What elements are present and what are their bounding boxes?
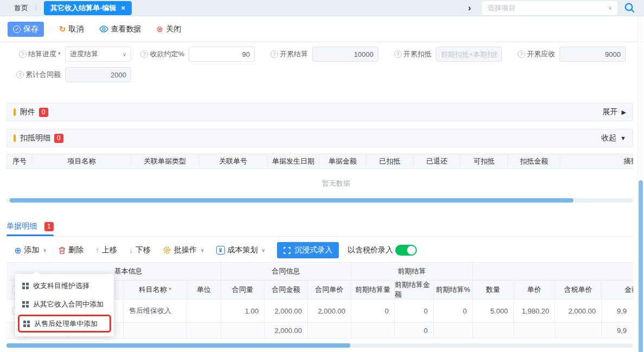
gear-icon: [163, 246, 171, 255]
detail-toolbar: ⊕ 添加 ∨ 删除 ↑ 上移 ↓ 下移 批操作 ∨ ¥ 成本策划: [14, 242, 644, 258]
tax-price-cell: 2,000.00: [555, 299, 602, 322]
group-header-prev-settle: 前期结算: [351, 263, 473, 280]
detail-tab-label: 单据明细: [7, 221, 37, 231]
tax-toggle-label: 以含税价录入: [347, 245, 393, 255]
section-accent-bar: [14, 134, 16, 142]
contract-qty-cell: 1.00: [221, 299, 265, 322]
menu-item-subject-maintain[interactable]: 收支科目维护选择: [15, 277, 114, 295]
view-data-button[interactable]: 查看数据: [99, 24, 141, 34]
deduction-count-badge: 0: [54, 134, 63, 143]
vertical-scrollbar-thumb[interactable]: [639, 180, 643, 352]
save-button[interactable]: ✓ 保存: [8, 22, 44, 37]
deduction-title: 扣抵明细: [20, 133, 50, 143]
delete-button[interactable]: 删除: [59, 245, 83, 255]
menu-item-label: 收支科目维护选择: [33, 281, 89, 291]
accum-settle-input: [312, 47, 378, 62]
accum-receivable-label: 开累应收: [527, 49, 555, 59]
arrow-down-icon: ↓: [129, 246, 133, 255]
form-row-2: ? 累计合同额: [8, 67, 644, 82]
group-header-blank: [473, 263, 633, 280]
empty-state: 暂无数据: [7, 169, 633, 198]
accum-contract-label: 累计合同额: [25, 70, 61, 80]
move-up-button[interactable]: ↑ 上移: [95, 245, 117, 255]
column-header: 金额: [602, 281, 633, 299]
batch-operation-label: 批操作: [174, 245, 197, 255]
detail-tabs: 单据明细 1: [7, 221, 633, 237]
deduction-collapse-button[interactable]: 收起 ▼: [601, 133, 626, 143]
tax-price-toggle[interactable]: [395, 245, 417, 256]
settle-progress-label: 结算进度: [28, 49, 56, 59]
add-button[interactable]: ⊕ 添加 ∨: [14, 245, 47, 256]
grid-icon: [23, 321, 30, 327]
form-area: ? 结算进度 * 进度结算 ∨ ? 收款约定% ? 开累结: [0, 42, 644, 82]
close-circle-icon: ⊗: [157, 24, 164, 34]
attachments-expand-button[interactable]: 展开 ▶: [603, 107, 626, 117]
tab-active[interactable]: 其它收入结算单-编辑 ×: [44, 1, 132, 15]
field-accum-settle: ? 开累结算: [255, 47, 378, 62]
project-select-placeholder: 选择项目: [487, 3, 516, 13]
collapse-label: 收起: [601, 133, 616, 143]
prev-amount-cell: 0: [395, 299, 434, 322]
save-label: 保存: [23, 24, 38, 34]
collapse-panel-icon[interactable]: ›: [468, 3, 471, 14]
menu-item-from-other-income[interactable]: 从其它收入合同中添加: [15, 295, 114, 314]
tab-close-icon[interactable]: ×: [121, 4, 125, 12]
project-select[interactable]: 选择项目 ∨: [482, 1, 617, 15]
move-down-button[interactable]: ↓ 下移: [129, 245, 151, 255]
column-header: 合同单价: [308, 281, 351, 299]
required-mark: *: [169, 286, 171, 294]
column-header: 已扣抵: [366, 154, 414, 168]
column-header: 已退还: [414, 154, 461, 168]
group-header-contract: 合同信息: [221, 263, 351, 280]
deduction-hscrollbar-thumb[interactable]: [10, 198, 574, 203]
help-icon[interactable]: ?: [271, 50, 278, 58]
column-header: 摘要: [561, 154, 633, 168]
settle-progress-select[interactable]: 进度结算 ∨: [65, 47, 131, 62]
triangle-right-icon: ▶: [622, 109, 626, 116]
field-accum-deduct: ? 开累扣抵: [378, 47, 502, 62]
column-header: 含税单价: [555, 281, 602, 299]
batch-operation-button[interactable]: 批操作 ∨: [163, 245, 204, 255]
subject-cell: 售后维保收入: [124, 299, 187, 322]
payment-pct-input[interactable]: [189, 47, 255, 62]
prev-qty-cell: 0: [351, 299, 395, 322]
field-settle-progress: ? 结算进度 * 进度结算 ∨: [8, 47, 131, 62]
column-header: 单据发生日期: [268, 154, 319, 168]
triangle-down-icon: ▼: [620, 135, 626, 141]
help-icon[interactable]: ?: [140, 50, 148, 58]
column-header: 数量: [473, 281, 514, 299]
column-header: 科目名称 *: [124, 281, 187, 299]
help-icon[interactable]: ?: [518, 50, 525, 58]
help-icon[interactable]: ?: [16, 71, 24, 79]
immersive-entry-button[interactable]: 沉浸式录入: [277, 242, 339, 258]
cancel-button[interactable]: ↻ 取消: [59, 24, 84, 34]
detail-hscrollbar-thumb[interactable]: [7, 343, 350, 348]
vertical-scrollbar[interactable]: [637, 17, 643, 352]
close-button[interactable]: ⊗ 关闭: [157, 24, 182, 34]
column-header: 单位: [187, 281, 221, 299]
tab-bar: 首页 其它收入结算单-编辑 × › 选择项目 ∨: [0, 0, 644, 16]
cost-plan-button[interactable]: ¥ 成本策划 ∨: [216, 245, 266, 255]
view-data-label: 查看数据: [111, 24, 141, 34]
contract-price-cell: 2,000.00: [308, 299, 351, 322]
column-header: 前期结算%: [434, 281, 473, 299]
search-icon[interactable]: [624, 2, 635, 14]
accum-settle-label: 开累结算: [280, 49, 308, 59]
column-header: 合同金额: [265, 281, 308, 299]
toggle-knob: [407, 246, 416, 255]
column-header: 单据金额: [319, 154, 366, 168]
help-icon[interactable]: ?: [19, 50, 27, 58]
tab-detail[interactable]: 单据明细 1: [7, 221, 54, 236]
fullscreen-brackets-icon: [284, 247, 291, 254]
menu-item-from-aftersales[interactable]: 从售后处理单中添加: [18, 315, 111, 333]
delete-label: 删除: [68, 245, 83, 255]
column-header: 关联单据类型: [131, 154, 199, 168]
grid-icon: [22, 283, 29, 289]
deduction-hscrollbar[interactable]: [7, 198, 633, 203]
settle-progress-value: 进度结算: [70, 49, 98, 59]
help-icon[interactable]: ?: [394, 50, 402, 58]
tab-home[interactable]: 首页: [8, 3, 35, 13]
payment-pct-label: 收款约定%: [150, 49, 184, 59]
total-amount-cell: 9,9: [602, 323, 633, 338]
detail-hscrollbar[interactable]: [7, 343, 633, 348]
